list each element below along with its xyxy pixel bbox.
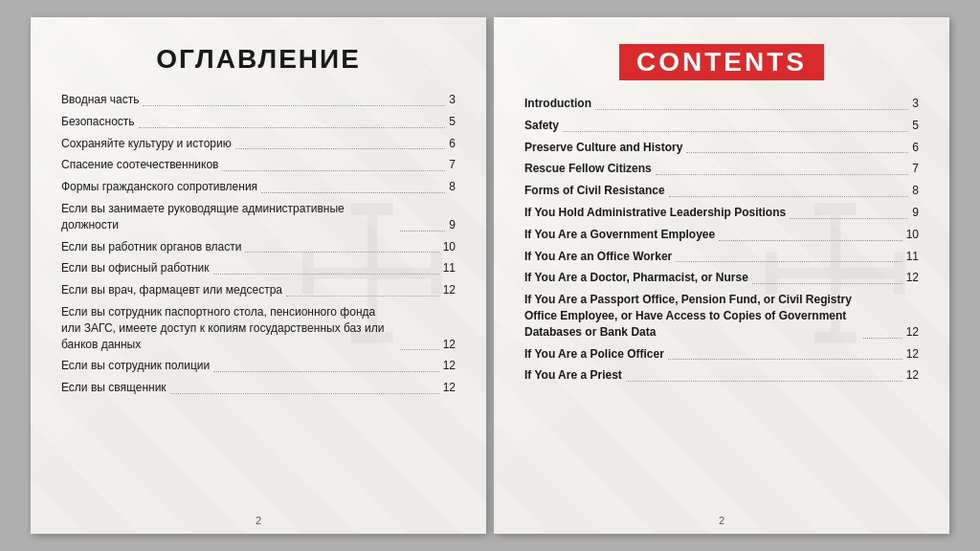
right-toc-item: If You Hold Administrative Leadership Po… bbox=[524, 205, 919, 221]
toc-text: Preserve Culture and History bbox=[524, 140, 682, 156]
toc-page-number: 5 bbox=[449, 114, 456, 130]
right-toc-item: If You Are a Priest 12 bbox=[524, 367, 919, 384]
right-toc-item: Forms of Civil Resistance 8 bbox=[524, 183, 919, 199]
toc-page-number: 3 bbox=[449, 92, 456, 108]
toc-text: Сохраняйте культуру и историю bbox=[61, 136, 232, 152]
left-page: ОГЛАВЛЕНИЕ Вводная часть 3 Безопасность … bbox=[31, 17, 486, 534]
pages-container: ОГЛАВЛЕНИЕ Вводная часть 3 Безопасность … bbox=[31, 17, 949, 534]
right-toc-item: If You Are a Police Officer 12 bbox=[524, 346, 919, 363]
toc-dots bbox=[626, 381, 902, 382]
toc-dots bbox=[143, 105, 445, 106]
toc-text: If You Are a Priest bbox=[524, 367, 622, 384]
toc-text: If You Are a Passport Office, Pension Fu… bbox=[524, 292, 859, 340]
right-toc-item: Preserve Culture and History 6 bbox=[524, 140, 919, 156]
left-toc-item: Вводная часть 3 bbox=[61, 92, 456, 108]
right-toc-item: If You Are a Government Employee 10 bbox=[524, 227, 919, 243]
right-page: CONTENTS Introduction 3 Safety 5 Preserv… bbox=[494, 17, 949, 534]
toc-dots bbox=[668, 359, 902, 360]
toc-text: If You Hold Administrative Leadership Po… bbox=[524, 205, 786, 221]
toc-dots bbox=[286, 296, 439, 297]
toc-page-number: 7 bbox=[449, 157, 456, 173]
toc-dots bbox=[676, 261, 902, 262]
right-toc-item: Safety 5 bbox=[524, 118, 919, 134]
left-toc-item: Если вы занимаете руководящие администра… bbox=[61, 201, 456, 233]
toc-text: Safety bbox=[524, 118, 559, 134]
toc-text: Если вы сотрудник паспортного стола, пен… bbox=[61, 304, 396, 352]
toc-page-number: 8 bbox=[449, 179, 456, 195]
toc-dots bbox=[863, 338, 902, 339]
toc-text: If You Are a Police Officer bbox=[524, 346, 664, 363]
toc-text: If You Are a Doctor, Pharmacist, or Nurs… bbox=[524, 270, 748, 286]
left-toc-item: Безопасность 5 bbox=[61, 114, 456, 130]
left-toc-item: Спасение соотечественников 7 bbox=[61, 157, 456, 173]
left-toc-item: Если вы работник органов власти 10 bbox=[61, 239, 456, 255]
toc-page-number: 6 bbox=[912, 140, 919, 156]
toc-text: Forms of Civil Resistance bbox=[524, 183, 665, 199]
toc-page-number: 5 bbox=[912, 118, 919, 134]
toc-page-number: 12 bbox=[443, 358, 456, 374]
right-toc-item: Introduction 3 bbox=[524, 96, 919, 112]
toc-dots bbox=[261, 192, 445, 193]
toc-dots bbox=[595, 109, 908, 110]
toc-text: Формы гражданского сопротивления bbox=[61, 179, 257, 195]
toc-dots bbox=[222, 170, 445, 171]
right-page-title: CONTENTS bbox=[619, 44, 824, 80]
toc-text: If You Are an Office Worker bbox=[524, 249, 672, 265]
toc-dots bbox=[563, 131, 908, 132]
toc-dots bbox=[669, 196, 909, 197]
toc-text: Rescue Fellow Citizens bbox=[524, 161, 652, 177]
toc-page-number: 9 bbox=[449, 217, 456, 233]
toc-dots bbox=[245, 252, 438, 253]
right-toc-item: If You Are a Doctor, Pharmacist, or Nurs… bbox=[524, 270, 919, 286]
toc-text: Вводная часть bbox=[61, 92, 139, 108]
toc-dots bbox=[139, 127, 446, 128]
left-toc-item: Если вы сотрудник полиции 12 bbox=[61, 358, 456, 374]
toc-dots bbox=[719, 240, 902, 241]
left-toc-item: Если вы сотрудник паспортного стола, пен… bbox=[61, 304, 456, 352]
left-toc-item: Формы гражданского сопротивления 8 bbox=[61, 179, 456, 195]
toc-page-number: 12 bbox=[906, 346, 919, 363]
toc-page-number: 6 bbox=[449, 136, 456, 152]
toc-text: Если вы священник bbox=[61, 380, 167, 396]
toc-page-number: 8 bbox=[912, 183, 919, 199]
toc-dots bbox=[790, 218, 908, 219]
right-toc-item: Rescue Fellow Citizens 7 bbox=[524, 161, 919, 177]
toc-dots bbox=[686, 152, 908, 153]
toc-dots bbox=[752, 283, 902, 284]
toc-page-number: 12 bbox=[443, 337, 456, 353]
toc-page-number: 3 bbox=[912, 96, 919, 112]
toc-text: Спасение соотечественников bbox=[61, 157, 218, 173]
toc-dots bbox=[400, 231, 445, 231]
toc-page-number: 11 bbox=[906, 249, 919, 265]
left-toc-item: Если вы офисный работник 11 bbox=[61, 260, 456, 276]
toc-text: Если вы офисный работник bbox=[61, 260, 210, 276]
toc-dots bbox=[400, 349, 438, 350]
toc-page-number: 12 bbox=[906, 367, 919, 384]
toc-page-number: 10 bbox=[443, 239, 456, 255]
toc-page-number: 12 bbox=[443, 282, 456, 298]
toc-text: Если вы работник органов власти bbox=[61, 239, 241, 255]
left-toc-item: Сохраняйте культуру и историю 6 bbox=[61, 136, 456, 152]
toc-page-number: 9 bbox=[912, 205, 919, 221]
left-toc-item: Если вы врач, фармацевт или медсестра 12 bbox=[61, 282, 456, 298]
toc-text: Если вы занимаете руководящие администра… bbox=[61, 201, 396, 233]
left-toc-list: Вводная часть 3 Безопасность 5 Сохраняйт… bbox=[61, 92, 456, 396]
toc-page-number: 7 bbox=[912, 161, 919, 177]
toc-dots bbox=[170, 393, 439, 394]
toc-text: Безопасность bbox=[61, 114, 135, 130]
toc-page-number: 11 bbox=[443, 260, 456, 276]
toc-text: Если вы врач, фармацевт или медсестра bbox=[61, 282, 282, 298]
right-page-title-wrapper: CONTENTS bbox=[524, 44, 919, 80]
toc-dots bbox=[213, 274, 439, 275]
toc-dots bbox=[213, 371, 438, 372]
right-toc-item: If You Are an Office Worker 11 bbox=[524, 249, 919, 265]
left-page-number: 2 bbox=[256, 515, 261, 526]
toc-page-number: 12 bbox=[443, 380, 456, 396]
toc-text: Если вы сотрудник полиции bbox=[61, 358, 210, 374]
left-toc-item: Если вы священник 12 bbox=[61, 380, 456, 396]
toc-dots bbox=[656, 174, 909, 175]
toc-text: Introduction bbox=[524, 96, 591, 112]
toc-text: If You Are a Government Employee bbox=[524, 227, 715, 243]
right-page-number: 2 bbox=[719, 515, 724, 526]
right-toc-item: If You Are a Passport Office, Pension Fu… bbox=[524, 292, 919, 340]
